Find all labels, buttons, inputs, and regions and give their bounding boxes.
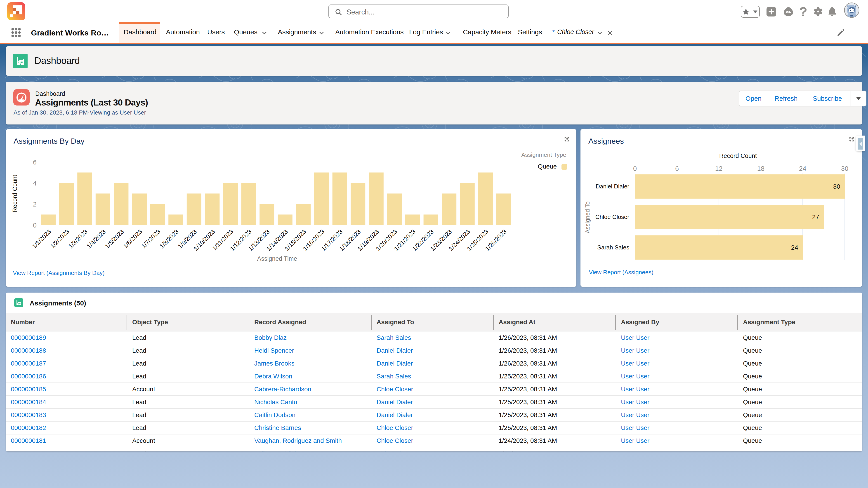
svg-text:1/5/2023: 1/5/2023 (104, 228, 125, 250)
svg-text:6: 6 (33, 159, 37, 166)
svg-text:Record Count: Record Count (11, 175, 18, 213)
svg-text:Daniel Dialer: Daniel Dialer (596, 183, 629, 190)
svg-text:0: 0 (33, 222, 37, 229)
svg-text:0: 0 (633, 165, 637, 172)
svg-text:1/3/2023: 1/3/2023 (67, 228, 89, 250)
svg-text:4: 4 (33, 180, 37, 187)
svg-text:6: 6 (675, 165, 679, 172)
svg-text:24: 24 (799, 165, 806, 172)
svg-text:1/8/2023: 1/8/2023 (158, 228, 180, 250)
svg-text:Record Count: Record Count (719, 153, 757, 159)
svg-text:18: 18 (757, 165, 765, 172)
svg-text:1/6/2023: 1/6/2023 (122, 228, 144, 250)
svg-text:Assigned To: Assigned To (584, 201, 591, 233)
svg-text:Assignment Type: Assignment Type (521, 151, 566, 158)
svg-text:View Report (Assignments By Da: View Report (Assignments By Day) (13, 269, 105, 276)
svg-text:Assignments By Day: Assignments By Day (13, 137, 85, 145)
svg-text:1/2/2023: 1/2/2023 (49, 228, 71, 250)
svg-text:View Report (Assignees): View Report (Assignees) (589, 269, 653, 275)
svg-text:1/7/2023: 1/7/2023 (140, 228, 162, 250)
svg-text:24: 24 (791, 244, 798, 251)
svg-text:Queue: Queue (538, 163, 557, 170)
svg-text:2: 2 (33, 201, 37, 208)
svg-text:Assigned Time: Assigned Time (257, 255, 297, 262)
svg-text:27: 27 (812, 214, 819, 221)
svg-text:Assignees: Assignees (588, 137, 624, 145)
svg-text:30: 30 (841, 165, 848, 172)
svg-text:1/4/2023: 1/4/2023 (86, 228, 107, 250)
svg-text:12: 12 (715, 165, 722, 172)
svg-text:1/1/2023: 1/1/2023 (31, 228, 53, 250)
svg-text:Sarah Sales: Sarah Sales (597, 244, 629, 251)
svg-text:Chloe Closer: Chloe Closer (595, 214, 629, 220)
svg-text:30: 30 (833, 183, 840, 190)
